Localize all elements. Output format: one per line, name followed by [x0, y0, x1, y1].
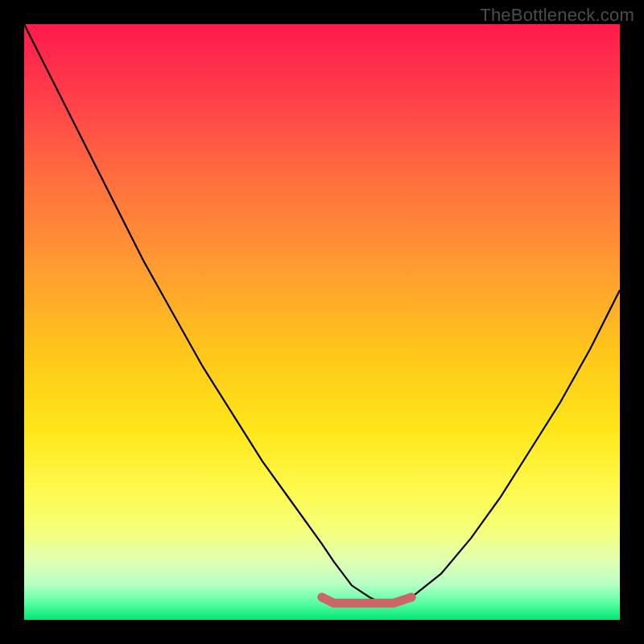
optimal-band-line	[322, 597, 411, 603]
chart-plot-area	[24, 24, 620, 620]
watermark-text: TheBottleneck.com	[480, 5, 634, 26]
chart-svg	[24, 24, 620, 620]
bottleneck-curve-line	[24, 24, 620, 603]
optimal-band-end-left	[318, 592, 327, 601]
optimal-band-end-right	[407, 592, 416, 601]
